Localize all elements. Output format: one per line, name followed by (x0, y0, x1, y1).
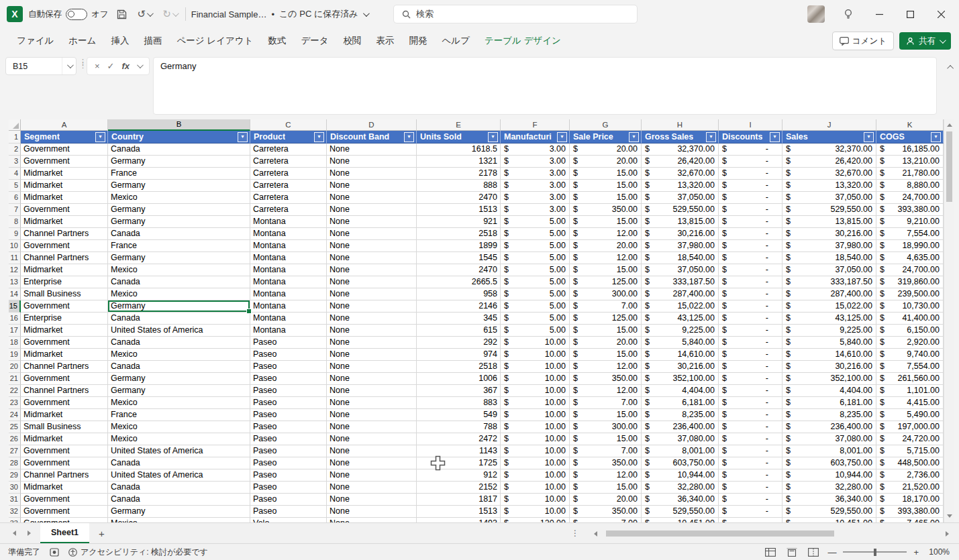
cell[interactable]: $3.00 (501, 192, 570, 204)
cell[interactable]: 2146 (417, 300, 501, 313)
macro-record-icon[interactable] (50, 548, 59, 557)
comments-button[interactable]: コメント (832, 32, 894, 50)
cell[interactable]: None (327, 397, 417, 409)
cell[interactable]: $7.00 (570, 445, 642, 457)
cell[interactable]: Canada (108, 313, 250, 325)
cell[interactable]: $5.00 (501, 325, 570, 337)
cell[interactable]: Midmarket (21, 192, 108, 204)
cell[interactable]: None (327, 156, 417, 168)
cell[interactable]: 615 (417, 325, 501, 337)
cell[interactable]: $125.00 (570, 313, 642, 325)
cell[interactable]: $10,730.00 (876, 300, 944, 313)
cell[interactable]: $5,490.00 (876, 409, 944, 421)
cell[interactable]: Mexico (108, 264, 250, 276)
cell[interactable]: Midmarket (21, 325, 108, 337)
cell[interactable]: $13,320.00 (642, 180, 719, 192)
cell[interactable]: Mexico (108, 518, 250, 522)
cell[interactable]: $- (719, 313, 783, 325)
cell[interactable]: $8,880.00 (876, 180, 944, 192)
autosave-toggle[interactable] (66, 9, 87, 20)
filter-button[interactable]: ▼ (706, 132, 716, 142)
vertical-scroll-thumb[interactable] (946, 131, 952, 202)
cell[interactable]: Paseo (250, 494, 327, 506)
row-header-11[interactable]: 11 (9, 252, 21, 264)
cell[interactable]: Government (21, 300, 108, 313)
cell[interactable]: Channel Partners (21, 385, 108, 397)
cell[interactable]: $197,000.00 (876, 421, 944, 433)
cell[interactable]: $7.00 (570, 518, 642, 522)
user-avatar[interactable] (807, 5, 825, 23)
cell[interactable]: None (327, 457, 417, 469)
cell[interactable]: $10.00 (501, 409, 570, 421)
cell[interactable]: $2,920.00 (876, 337, 944, 349)
cell[interactable]: $37,050.00 (642, 264, 719, 276)
cell[interactable]: Paseo (250, 337, 327, 349)
cell[interactable]: $15.00 (570, 264, 642, 276)
cell[interactable]: $- (719, 457, 783, 469)
cell[interactable]: $- (719, 264, 783, 276)
row-header-30[interactable]: 30 (9, 482, 21, 494)
cell[interactable]: Canada (108, 337, 250, 349)
cell[interactable]: 2472 (417, 433, 501, 445)
cell[interactable]: Montana (250, 264, 327, 276)
cell[interactable]: $5,715.00 (876, 445, 944, 457)
cell[interactable]: $- (719, 349, 783, 361)
cell[interactable]: $30,216.00 (642, 361, 719, 373)
row-header-33[interactable]: 33 (9, 518, 21, 522)
cell[interactable]: None (327, 482, 417, 494)
cell[interactable]: $43,125.00 (642, 313, 719, 325)
more-sheets-icon[interactable]: ⋮ (571, 528, 579, 538)
cell[interactable]: None (327, 421, 417, 433)
cell[interactable]: $- (719, 469, 783, 482)
cell[interactable]: $- (719, 180, 783, 192)
cell[interactable]: $120.00 (501, 518, 570, 522)
row-header-19[interactable]: 19 (9, 349, 21, 361)
cell[interactable]: $- (719, 252, 783, 264)
cell[interactable]: $10.00 (501, 337, 570, 349)
cell[interactable]: $20.00 (570, 144, 642, 156)
filter-button[interactable]: ▼ (629, 132, 639, 142)
cell[interactable]: Enterprise (21, 276, 108, 288)
cell[interactable]: $9,210.00 (876, 216, 944, 228)
cell[interactable]: 1321 (417, 156, 501, 168)
cell[interactable]: $236,400.00 (783, 421, 876, 433)
cell[interactable]: 2152 (417, 482, 501, 494)
row-header-8[interactable]: 8 (9, 216, 21, 228)
cell[interactable]: France (108, 409, 250, 421)
cell[interactable]: $37,050.00 (783, 192, 876, 204)
filter-button[interactable]: ▼ (314, 132, 324, 142)
cell[interactable]: $- (719, 397, 783, 409)
ribbon-tab-11[interactable]: テーブル デザイン (477, 31, 568, 51)
cell[interactable]: Canada (108, 457, 250, 469)
cell[interactable]: 883 (417, 397, 501, 409)
cell[interactable]: $7,554.00 (876, 228, 944, 240)
chevron-down-icon[interactable] (137, 62, 144, 68)
cell[interactable]: $32,370.00 (642, 144, 719, 156)
cell[interactable]: $37,050.00 (783, 264, 876, 276)
zoom-thumb[interactable] (874, 549, 876, 556)
cancel-entry-icon[interactable]: × (95, 61, 100, 71)
horizontal-scrollbar[interactable] (590, 529, 952, 538)
row-header-15[interactable]: 15 (9, 300, 21, 313)
cell[interactable]: 2470 (417, 264, 501, 276)
row-header-3[interactable]: 3 (9, 156, 21, 168)
cell[interactable]: None (327, 288, 417, 300)
cell[interactable]: Carretera (250, 180, 327, 192)
cell[interactable]: France (108, 240, 250, 252)
cell[interactable]: Germany (108, 216, 250, 228)
ribbon-tab-4[interactable]: ページ レイアウト (169, 31, 260, 51)
filter-button[interactable]: ▼ (238, 132, 248, 142)
row-header-29[interactable]: 29 (9, 469, 21, 482)
row-header-25[interactable]: 25 (9, 421, 21, 433)
cell[interactable]: 974 (417, 349, 501, 361)
cell[interactable]: $- (719, 482, 783, 494)
cell[interactable]: None (327, 325, 417, 337)
cell[interactable]: None (327, 192, 417, 204)
cell[interactable]: $- (719, 288, 783, 300)
cell[interactable]: Mexico (108, 421, 250, 433)
cell[interactable]: $37,050.00 (642, 192, 719, 204)
cell[interactable]: $10,944.00 (642, 469, 719, 482)
table-header-cell[interactable]: Sale Price▼ (570, 131, 642, 144)
ribbon-tab-1[interactable]: ホーム (61, 31, 103, 51)
zoom-percentage[interactable]: 100% (925, 547, 950, 557)
